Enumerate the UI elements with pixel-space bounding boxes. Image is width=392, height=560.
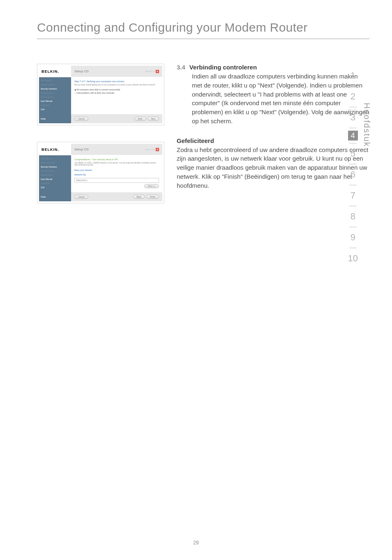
chapter-separator (349, 143, 357, 143)
page-title: Connecting and Configuring your Modem Ro… (37, 21, 369, 35)
chapter-nav: 12345678910 Hoofdstuk (348, 68, 371, 266)
section-number: 3.4 (177, 64, 185, 71)
setup-cd-header: Setup CD (74, 147, 89, 151)
congrats-title: Congratulations - Your security setup is… (74, 158, 159, 161)
version-label: Version 1.1.0 (145, 148, 155, 150)
radio-all-connected[interactable]: ◉ All computers were able to connect suc… (74, 88, 159, 91)
cancel-button[interactable]: Cancel (74, 117, 88, 121)
screenshot-congrats: BELKIN. Main Menu > Setup Assistant Secu… (37, 142, 164, 203)
chapter-num-7[interactable]: 7 (350, 188, 355, 203)
nav-user-manual: User Manual (41, 178, 69, 180)
chapter-num-4[interactable]: 4 (348, 131, 358, 141)
nav-manual-setup: Manual Setup (41, 96, 69, 98)
chapter-num-9[interactable]: 9 (350, 230, 355, 245)
nav-language: Language (41, 182, 69, 184)
section-body: Indien all uw draadloze computers verbin… (192, 72, 369, 126)
print-button[interactable]: Print >> (144, 184, 159, 188)
nav-network-status: Network Status (41, 92, 69, 94)
chapter-num-3[interactable]: 3 (350, 110, 355, 125)
page-number: 29 (0, 540, 392, 546)
nav-main-menu: Main Menu > (41, 79, 69, 82)
screenshot-step7: BELKIN. Main Menu > Setup Assistant Secu… (37, 64, 164, 125)
chapter-num-5[interactable]: 5 (350, 146, 355, 161)
network-key-value: 0096105111 (76, 179, 157, 182)
nav-help: Help (39, 192, 71, 201)
nav-quit: Quit (41, 186, 69, 189)
chapter-num-8[interactable]: 8 (350, 209, 355, 224)
title-underline (37, 39, 369, 39)
chapter-separator (349, 86, 357, 86)
belkin-logo: BELKIN. (39, 66, 71, 77)
nav-main-menu: Main Menu > (41, 157, 69, 160)
chapter-num-10[interactable]: 10 (348, 251, 358, 266)
congrats-subtitle: Your Belkin_N_ADSL_123456 network is now… (74, 162, 159, 166)
section-title: Verbinding controleren (189, 64, 257, 71)
chapter-separator (349, 128, 357, 128)
nav-user-manual: User Manual (41, 100, 69, 102)
close-icon[interactable]: X (156, 148, 159, 151)
chapter-num-2[interactable]: 2 (350, 89, 355, 104)
chapter-num-6[interactable]: 6 (350, 167, 355, 182)
nav-setup-assistant: Setup Assistant (41, 83, 69, 86)
chapter-separator (349, 227, 357, 227)
nav-security-assistant: Security Assistant (41, 166, 69, 168)
nav-language: Language (41, 104, 69, 106)
nav-setup-assistant: Setup Assistant (41, 161, 69, 164)
next-button[interactable]: Next (148, 117, 159, 121)
enjoy-network: Enjoy your network. (74, 169, 159, 171)
chapter-separator (349, 248, 357, 248)
nav-manual-setup: Manual Setup (41, 174, 69, 176)
chapter-separator (349, 164, 357, 164)
chapter-label: Hoofdstuk (362, 68, 371, 147)
network-key-label: Network Key (74, 173, 159, 176)
radio-problems[interactable]: ○ I had problems with at least one compu… (74, 92, 159, 94)
close-icon[interactable]: X (156, 70, 159, 73)
nav-help: Help (39, 114, 71, 123)
congrats-body: Zodra u hebt gecontroleerd of uw andere … (177, 145, 369, 190)
chapter-separator (349, 185, 357, 185)
cancel-button[interactable]: Cancel (74, 195, 88, 199)
back-button[interactable]: Back (134, 117, 146, 121)
setup-cd-header: Setup CD (74, 69, 89, 73)
chapter-separator (349, 206, 357, 206)
step-subtitle: Did you have trouble getting any of your… (74, 84, 159, 86)
nav-quit: Quit (41, 108, 69, 111)
back-button[interactable]: Back (133, 195, 145, 199)
chapter-num-1[interactable]: 1 (350, 68, 355, 83)
step-title: Step 7 of 7: Verifying your computers ca… (74, 80, 159, 83)
chapter-separator (349, 107, 357, 107)
nav-security-assistant: Security Assistant (41, 88, 69, 90)
belkin-logo: BELKIN. (39, 144, 71, 155)
nav-network-status: Network Status (41, 170, 69, 172)
congrats-heading: Gefeliciteerd (177, 137, 369, 144)
version-label: Version 1.1.0 (145, 70, 155, 72)
finish-button[interactable]: Finish (146, 195, 159, 199)
